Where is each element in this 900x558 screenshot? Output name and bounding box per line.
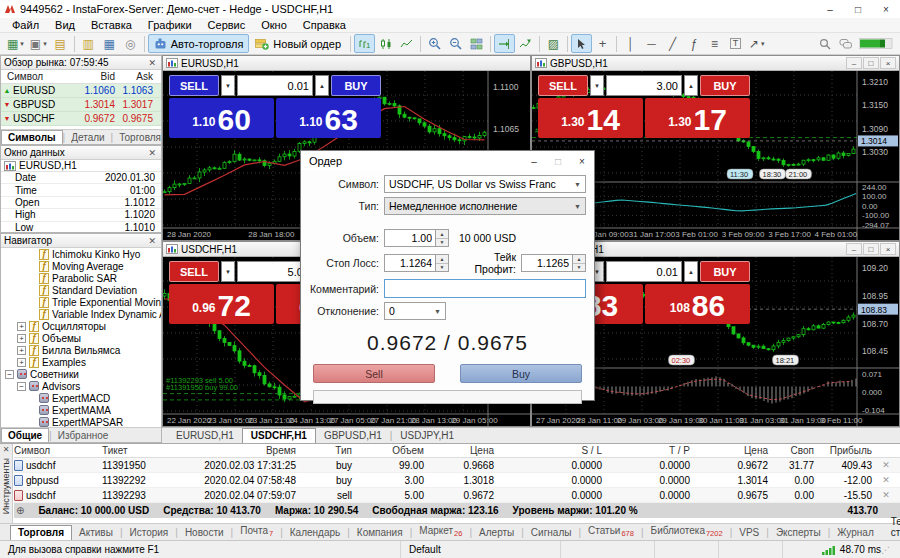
profiles-button[interactable]: ▣▾ [27, 34, 50, 53]
resize-grip[interactable]: ⋰ [881, 545, 892, 555]
menu-item-file[interactable]: Файл [4, 19, 47, 31]
fibonacci-tool[interactable]: ƒ [683, 34, 704, 53]
expand-icon[interactable]: + [17, 334, 26, 343]
menu-item-service[interactable]: Сервис [200, 19, 254, 31]
market-watch-tab-2[interactable]: Торговля [113, 130, 162, 144]
tree-item-expertmacd[interactable]: ExpertMACD [1, 392, 161, 404]
tree-item-ichimoku-kinko-hyo[interactable]: ƒIchimoku Kinko Hyo [1, 248, 161, 260]
tile-windows-button[interactable] [466, 34, 487, 53]
toolbox-tab-8[interactable]: Алерты [472, 526, 521, 540]
deviation-select[interactable]: 0▼ [384, 302, 446, 320]
channel-tool[interactable]: ≡ [704, 34, 725, 53]
chart-tab-eurusd-h1[interactable]: EURUSD,H1 [168, 429, 242, 443]
expand-icon[interactable]: ⊕ [16, 505, 24, 516]
status-connection[interactable]: 48.70 ms ⋰ [782, 541, 900, 558]
minimize-icon[interactable]: – [816, 0, 844, 18]
tree-item-variable-index-dynamic-a[interactable]: ƒVariable Index Dynamic A [1, 308, 161, 320]
tree-item-advisors[interactable]: −Advisors [1, 380, 161, 392]
templates-button[interactable]: ▨ [543, 34, 564, 53]
search-button[interactable] [814, 34, 835, 53]
horizontal-line-tool[interactable]: ─ [641, 34, 662, 53]
auto-scroll-button[interactable] [515, 34, 536, 53]
toolbox-tab-11[interactable]: Библиотека7202 [644, 524, 730, 540]
expand-icon[interactable]: + [17, 346, 26, 355]
market-watch-close-icon[interactable]: ✕ [146, 58, 158, 68]
tree-item-осцилляторы[interactable]: +ƒОсцилляторы [1, 320, 161, 332]
column-header-0[interactable]: Символ [14, 445, 102, 456]
chart-close-icon[interactable]: × [880, 57, 896, 69]
buy-price[interactable]: 10886 [645, 284, 750, 324]
expand-icon[interactable]: + [17, 358, 26, 367]
menu-item-insert[interactable]: Вставка [83, 19, 140, 31]
column-header-4[interactable]: Объем [358, 445, 430, 456]
toolbox-tab-7[interactable]: Маркет26 [412, 524, 469, 540]
take-profit-input[interactable] [521, 254, 573, 272]
chart-tab-gbpusd-h1[interactable]: GBPUSD,H1 [316, 429, 390, 443]
toolbox-tab-6[interactable]: Компания [350, 526, 410, 540]
trendline-tool[interactable]: ╱ [662, 34, 683, 53]
cursor-tool-button[interactable] [571, 34, 592, 53]
strategy-tester-link[interactable]: Тестер стратегий [881, 516, 900, 540]
collapse-icon[interactable]: − [5, 370, 14, 379]
vertical-line-tool[interactable]: │ [620, 34, 641, 53]
volume-spinner[interactable]: ▲▼ [436, 229, 449, 247]
take-profit-spinner[interactable]: ▲▼ [573, 254, 586, 272]
tree-item-standard-deviation[interactable]: ƒStandard Deviation [1, 284, 161, 296]
toolbox-toggle-button[interactable]: ▤ [50, 34, 71, 53]
zoom-out-button[interactable] [445, 34, 466, 53]
auto-trading-button[interactable]: Авто-торговля [148, 34, 250, 53]
tree-item-expertmapsar[interactable]: ExpertMAPSAR [1, 416, 161, 427]
volume-decrease-button[interactable]: ▼ [590, 75, 604, 96]
menu-item-view[interactable]: Вид [47, 19, 83, 31]
volume-increase-button[interactable]: ▲ [684, 261, 698, 282]
column-header-1[interactable]: Тикет [102, 445, 194, 456]
one-click-volume-input[interactable] [606, 75, 682, 96]
toolbox-tab-14[interactable]: Журнал [830, 526, 881, 540]
chart-minimize-icon[interactable]: – [846, 243, 862, 255]
chart-restore-icon[interactable]: □ [863, 243, 879, 255]
close-position-icon[interactable]: ✕ [878, 475, 894, 485]
dialog-minimize-icon[interactable]: – [522, 151, 546, 171]
sell-price[interactable]: 0.9672 [169, 284, 274, 324]
data-window-button[interactable]: ▦ [99, 34, 120, 53]
market-watch-row-gbpusd[interactable]: ▼GBPUSD1.30141.3017 [1, 98, 161, 112]
chart-title-bar[interactable]: EURUSD,H1 [163, 56, 530, 71]
trade-row-11392292[interactable]: gbpusd113922922020.02.04 07:58:48buy3.00… [14, 473, 900, 488]
chart-shift-button[interactable] [494, 34, 515, 53]
toolbox-tab-12[interactable]: VPS [732, 526, 766, 540]
toolbox-tab-0[interactable]: Торговля [10, 525, 72, 540]
menu-item-help[interactable]: Справка [295, 19, 354, 31]
chart-restore-icon[interactable]: □ [863, 57, 879, 69]
volume-increase-button[interactable]: ▲ [684, 75, 698, 96]
toolbox-tab-13[interactable]: Эксперты [769, 526, 828, 540]
chart-title-bar[interactable]: GBPUSD,H1–□× [532, 56, 899, 71]
candlestick-mode-button[interactable] [375, 34, 396, 53]
trade-row-11392293[interactable]: usdchf113922932020.02.04 07:59:07sell5.0… [14, 488, 900, 503]
market-watch-tab-1[interactable]: Детали [65, 130, 110, 144]
collapse-icon[interactable]: − [17, 382, 26, 391]
expand-icon[interactable]: + [17, 322, 26, 331]
chart-minimize-icon[interactable]: – [846, 57, 862, 69]
tree-item-parabolic-sar[interactable]: ƒParabolic SAR [1, 272, 161, 284]
toolbox-tab-5[interactable]: Календарь [283, 526, 347, 540]
trade-row-11391950[interactable]: usdchf113919502020.02.03 17:31:25buy99.0… [14, 458, 900, 473]
sell-price[interactable]: 1.1060 [169, 98, 274, 138]
chart-tab-usdchf-h1[interactable]: USDCHF,H1 [242, 428, 316, 443]
one-click-buy-button[interactable]: BUY [700, 75, 750, 96]
menu-item-charts[interactable]: Графики [140, 19, 200, 31]
toolbox-tab-10[interactable]: Статьи678 [581, 524, 641, 540]
tree-item-moving-average[interactable]: ƒMoving Average [1, 260, 161, 272]
volume-decrease-button[interactable]: ▼ [221, 261, 235, 282]
buy-price[interactable]: 1.1063 [276, 98, 381, 138]
chart-tab-usdjpy-h1[interactable]: USDJPY,H1 [392, 429, 462, 443]
tree-item-объемы[interactable]: +ƒОбъемы [1, 332, 161, 344]
chart-close-icon[interactable]: × [880, 243, 896, 255]
order-dialog-title-bar[interactable]: Ордер – □ × [301, 151, 594, 171]
column-header-7[interactable]: T / P [608, 445, 696, 456]
one-click-volume-input[interactable] [237, 75, 313, 96]
volume-input[interactable] [384, 229, 436, 247]
volume-increase-button[interactable]: ▲ [315, 75, 329, 96]
one-click-volume-input[interactable] [606, 261, 682, 282]
dialog-close-icon[interactable]: × [570, 151, 594, 171]
tree-item-examples[interactable]: +ƒExamples [1, 356, 161, 368]
